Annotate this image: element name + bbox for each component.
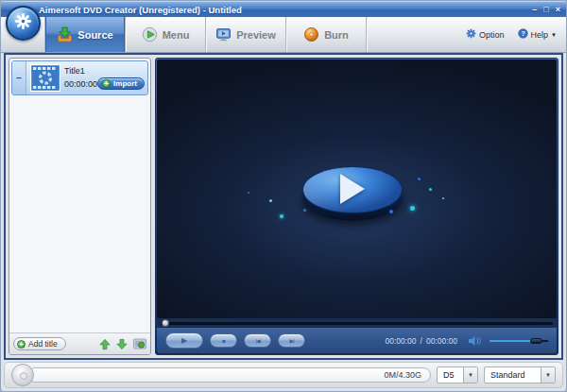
- next-icon: ▶|: [289, 337, 293, 344]
- window-title: Aimersoft DVD Creator (Unregistered) - U…: [39, 5, 242, 15]
- tab-label-menu: Menu: [163, 29, 190, 41]
- option-label: Option: [479, 30, 505, 40]
- add-title-button[interactable]: + Add title: [13, 337, 66, 350]
- quality-value: Standard: [485, 370, 541, 380]
- disc-type-select[interactable]: D5 ▼: [437, 366, 478, 383]
- collapse-button[interactable]: –: [12, 61, 26, 94]
- help-label: Help: [531, 30, 549, 40]
- aimersoft-logo-icon: [14, 12, 32, 34]
- tab-label-burn: Burn: [324, 29, 349, 41]
- glow-dot: [248, 192, 249, 194]
- tab-preview[interactable]: Preview: [206, 17, 285, 52]
- volume-fill: [490, 340, 534, 342]
- help-button[interactable]: ? Help ▼: [518, 28, 557, 41]
- menu-disc-icon: [142, 26, 158, 43]
- glow-dot: [280, 214, 284, 218]
- volume-slider[interactable]: [490, 336, 548, 345]
- next-button[interactable]: ▶|: [278, 333, 305, 348]
- import-label: Import: [113, 79, 137, 88]
- dropdown-arrow-icon[interactable]: ▼: [541, 367, 555, 383]
- film-strip-icon: [30, 64, 60, 92]
- play-icon: [340, 174, 365, 204]
- time-separator: /: [421, 336, 422, 346]
- play-glyph-icon: ▶: [181, 336, 187, 345]
- stop-icon: ■: [222, 338, 225, 344]
- capacity-bar: 0M/4.30G: [27, 367, 431, 383]
- time-current: 00:00:00: [385, 336, 416, 346]
- video-screen: [157, 60, 557, 318]
- tab-burn[interactable]: Burn: [286, 17, 366, 52]
- close-button[interactable]: ×: [556, 5, 560, 14]
- seek-track: [161, 322, 553, 325]
- move-up-button[interactable]: [99, 338, 111, 350]
- dvd-disc-icon: [11, 364, 34, 386]
- quality-select[interactable]: Standard ▼: [484, 366, 556, 383]
- seek-bar[interactable]: [157, 318, 557, 328]
- volume-handle[interactable]: [530, 338, 542, 344]
- title-list-panel: – Title1 00:00:00: [9, 58, 151, 355]
- stop-button[interactable]: ■: [210, 333, 237, 348]
- app-window: Aimersoft DVD Creator (Unregistered) - U…: [0, 0, 567, 392]
- add-title-label: Add title: [28, 339, 58, 349]
- maximize-button[interactable]: □: [543, 5, 548, 14]
- tab-menu[interactable]: Menu: [126, 17, 205, 52]
- move-down-button[interactable]: [116, 338, 128, 350]
- main-content: – Title1 00:00:00: [4, 53, 563, 360]
- seek-handle[interactable]: [162, 319, 169, 327]
- help-icon: ?: [518, 28, 528, 41]
- plus-icon: +: [17, 340, 26, 349]
- tab-label-source: Source: [77, 29, 112, 41]
- toolbar-right: Option ? Help ▼: [466, 17, 566, 52]
- import-button[interactable]: + Import: [97, 77, 145, 90]
- glow-dot: [269, 199, 272, 202]
- glow-dot: [410, 206, 415, 211]
- minimize-button[interactable]: –: [532, 5, 537, 14]
- preview-monitor-icon: [215, 26, 232, 43]
- option-button[interactable]: Option: [466, 28, 505, 41]
- title-order-tools: [99, 338, 146, 350]
- glow-dot: [429, 188, 432, 191]
- time-display: 00:00:00 / 00:00:00: [385, 336, 457, 346]
- toolbar: Source Menu: [1, 17, 566, 53]
- svg-text:?: ?: [521, 30, 524, 37]
- preview-panel: ▶ ■ |◀ ▶| 00:00:00 / 00:00:00: [155, 58, 558, 355]
- title-duration: 00:00:00: [64, 79, 97, 89]
- disc-type-value: D5: [438, 370, 463, 380]
- glow-dot: [442, 197, 444, 199]
- capacity-label: 0M/4.30G: [384, 370, 421, 380]
- glow-dot: [303, 209, 306, 212]
- big-play-button[interactable]: [302, 166, 403, 221]
- toolbar-tabs: Source Menu: [44, 17, 367, 52]
- chevron-down-icon: ▼: [551, 32, 557, 38]
- dropdown-arrow-icon[interactable]: ▼: [463, 367, 477, 383]
- window-controls: – □ ×: [532, 5, 560, 14]
- tab-source[interactable]: Source: [45, 17, 125, 52]
- title-list-item[interactable]: – Title1 00:00:00: [11, 60, 148, 95]
- previous-button[interactable]: |◀: [244, 333, 271, 348]
- tab-separator: [366, 17, 367, 52]
- status-bar: 0M/4.30G D5 ▼ Standard ▼: [4, 362, 563, 388]
- title-info: Title1 00:00:00 + Import: [64, 61, 148, 94]
- glow-dot: [418, 178, 421, 180]
- time-total: 00:00:00: [426, 336, 457, 346]
- gear-icon: [466, 28, 476, 41]
- play-button[interactable]: ▶: [165, 332, 203, 349]
- glow-dot: [389, 210, 393, 213]
- plus-icon: +: [102, 79, 111, 88]
- title-bar: Aimersoft DVD Creator (Unregistered) - U…: [1, 1, 566, 17]
- source-import-icon: [57, 26, 73, 43]
- tab-label-preview: Preview: [236, 29, 276, 41]
- playback-controls: ▶ ■ |◀ ▶| 00:00:00 / 00:00:00: [157, 328, 557, 353]
- burn-disc-icon: [303, 26, 319, 43]
- speaker-icon[interactable]: [468, 335, 481, 347]
- title-settings-button[interactable]: [133, 338, 146, 349]
- previous-icon: |◀: [255, 337, 259, 344]
- title-panel-footer: + Add title: [9, 332, 150, 354]
- app-logo-button[interactable]: [6, 6, 41, 41]
- title-name: Title1: [64, 66, 145, 76]
